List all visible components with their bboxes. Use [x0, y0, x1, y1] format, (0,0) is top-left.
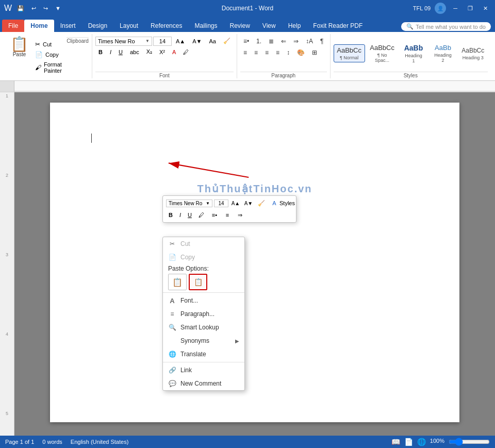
tab-file[interactable]: File [2, 20, 24, 32]
status-read-mode[interactable]: 📖 [391, 438, 400, 446]
tab-foxit[interactable]: Foxit Reader PDF [307, 20, 369, 32]
cut-btn[interactable]: ✂ Cut [34, 40, 64, 48]
status-web-view[interactable]: 🌐 [417, 438, 426, 446]
ft-font-name[interactable]: Times New Ro ▼ [166, 200, 212, 207]
style-heading1[interactable]: AaBb Heading 1 [399, 42, 427, 65]
text-cursor [91, 134, 92, 143]
tell-me-input[interactable]: Tell me what you want to do [416, 24, 486, 30]
paste-keep-source-btn[interactable]: 📋 [168, 274, 187, 290]
bold-btn[interactable]: B [95, 47, 106, 57]
ctx-cut[interactable]: ✂ Cut [163, 237, 244, 251]
decrease-font-btn[interactable]: A▼ [189, 37, 205, 46]
ft-indent[interactable]: ⇒ [235, 210, 246, 220]
italic-btn[interactable]: I [107, 47, 114, 57]
paste-merge-format-btn[interactable]: 📋 [189, 274, 207, 290]
user-avatar[interactable]: 👤 [435, 3, 446, 14]
change-case-btn[interactable]: Aa [206, 37, 219, 46]
multilevel-btn[interactable]: ≣ [266, 36, 277, 46]
sort-btn[interactable]: ↕A [303, 36, 316, 46]
decrease-indent-btn[interactable]: ⇐ [278, 36, 289, 46]
minimize-btn[interactable]: ─ [450, 4, 460, 12]
increase-font-btn[interactable]: A▲ [173, 37, 188, 46]
ft-underline-btn[interactable]: U [185, 211, 194, 219]
tab-home[interactable]: Home [24, 20, 54, 32]
ft-increase-font[interactable]: A▲ [230, 198, 241, 208]
tab-mailings[interactable]: Mailings [188, 20, 223, 32]
tab-view[interactable]: View [256, 20, 282, 32]
style-no-spacing[interactable]: AaBbCc ¶ No Spac... [366, 42, 399, 65]
align-left-btn[interactable]: ≡ [240, 47, 250, 58]
align-right-btn[interactable]: ≡ [262, 47, 272, 58]
ft-italic-btn[interactable]: I [177, 211, 184, 219]
document-page[interactable]: ThủThuậtTinHoc.vn [50, 103, 459, 422]
ft-bullets[interactable]: ≡• [209, 210, 220, 220]
tab-insert[interactable]: Insert [54, 20, 82, 32]
title-bar-title: Document1 - Word [222, 5, 273, 12]
line-spacing-btn[interactable]: ↕ [284, 47, 293, 58]
undo-btn[interactable]: ↩ [29, 4, 38, 13]
styles-content: AaBbCc ¶ Normal AaBbCc ¶ No Spac... AaBb… [334, 36, 488, 71]
tab-help[interactable]: Help [282, 20, 307, 32]
ctx-copy[interactable]: 📄 Copy [163, 251, 244, 264]
ctx-paragraph-label: Paragraph... [180, 310, 214, 318]
page-marker-4: 4 [0, 330, 14, 338]
font-name-select[interactable]: Times New Ro ▼ [95, 37, 152, 46]
status-page: Page 1 of 1 [5, 439, 34, 445]
tab-layout[interactable]: Layout [113, 20, 144, 32]
ctx-new-comment[interactable]: 💬 New Comment [163, 377, 244, 390]
ft-text-color[interactable]: A [269, 198, 280, 208]
font-size-select[interactable]: 14 [153, 37, 172, 46]
customize-btn[interactable]: ▼ [53, 4, 63, 12]
close-btn[interactable]: ✕ [480, 4, 491, 13]
ft-bold-btn[interactable]: B [166, 211, 175, 219]
style-heading3[interactable]: AaBbCc Heading 3 [458, 45, 488, 62]
format-painter-btn[interactable]: 🖌 Format Painter [34, 61, 64, 74]
ft-styles[interactable]: Styles [282, 198, 293, 208]
paste-button[interactable]: 📋 Paste [7, 36, 31, 78]
ctx-font[interactable]: A Font... [163, 294, 244, 307]
ctx-font-label: Font... [180, 297, 198, 304]
tab-design[interactable]: Design [82, 20, 113, 32]
style-heading2[interactable]: AaBb Heading 2 [428, 42, 457, 65]
ctx-link[interactable]: 🔗 Link [163, 363, 244, 377]
tab-review[interactable]: Review [223, 20, 256, 32]
justify-btn[interactable]: ≡ [273, 47, 283, 58]
ft-decrease-font[interactable]: A▼ [243, 198, 254, 208]
clear-format-btn[interactable]: 🧹 [220, 36, 234, 46]
font-row2: B I U abc X₂ X² A 🖊 [95, 47, 234, 57]
bullets-btn[interactable]: ≡• [240, 36, 252, 46]
style-normal[interactable]: AaBbCc ¶ Normal [334, 44, 365, 62]
ft-highlight[interactable]: 🖊 [196, 210, 207, 220]
restore-btn[interactable]: ❐ [465, 4, 476, 13]
numbering-btn[interactable]: 1. [253, 36, 265, 46]
word-icon: W [4, 4, 12, 13]
ctx-synonyms[interactable]: Synonyms ▶ [163, 334, 244, 347]
ft-format-clear[interactable]: 🧹 [256, 198, 267, 208]
superscript-btn[interactable]: X² [156, 47, 168, 57]
ctx-paragraph[interactable]: ≡ Paragraph... [163, 307, 244, 321]
borders-btn[interactable]: ⊞ [309, 47, 320, 58]
underline-btn[interactable]: U [116, 47, 126, 57]
text-color-btn[interactable]: A [169, 47, 179, 57]
doc-scroll-area[interactable]: ThủThuậtTinHoc.vn Times New Ro ▼ 14 A▲ A… [14, 92, 495, 438]
status-print-layout[interactable]: 📄 [404, 438, 413, 446]
align-center-btn[interactable]: ≡ [251, 47, 261, 58]
subscript-btn[interactable]: X₂ [143, 47, 155, 57]
shading-btn[interactable]: 🎨 [294, 47, 308, 58]
ctx-translate[interactable]: 🌐 Translate [163, 347, 244, 361]
left-sidebar: 1 2 3 4 5 [0, 92, 14, 438]
ft-font-size[interactable]: 14 [214, 200, 228, 207]
highlight-btn[interactable]: 🖊 [180, 47, 192, 57]
tab-references[interactable]: References [144, 20, 188, 32]
zoom-slider[interactable] [449, 438, 490, 446]
copy-icon: 📄 [168, 253, 176, 261]
increase-indent-btn[interactable]: ⇒ [290, 36, 302, 46]
copy-btn[interactable]: 📄 Copy [34, 51, 64, 59]
redo-btn[interactable]: ↪ [41, 4, 50, 13]
save-btn[interactable]: 💾 [15, 4, 26, 13]
show-hide-btn[interactable]: ¶ [317, 36, 326, 46]
ctx-smart-lookup[interactable]: 🔍 Smart Lookup [163, 321, 244, 334]
ft-center[interactable]: ≡ [222, 210, 233, 220]
strikethrough-btn[interactable]: abc [127, 47, 142, 57]
ruler-main [14, 81, 495, 92]
